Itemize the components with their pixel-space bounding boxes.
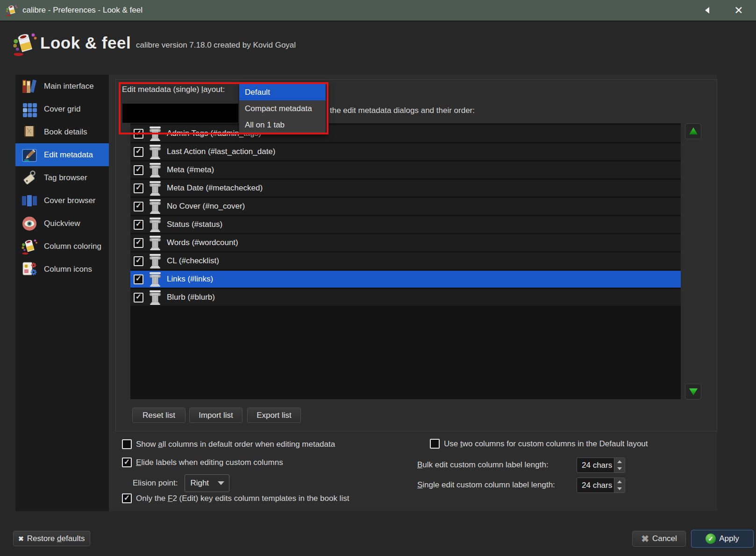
layout-dropdown-popup: Default Compact metadata All on 1 tab bbox=[239, 82, 326, 134]
cancel-button[interactable]: ✖ Cancel bbox=[632, 531, 686, 547]
spinner-value: 24 chars bbox=[577, 458, 614, 472]
row-checkbox[interactable] bbox=[134, 238, 143, 248]
move-down-icon bbox=[688, 387, 699, 397]
columns-list-caption: the edit metadata dialogs and their orde… bbox=[330, 106, 475, 115]
sidebar-item-cover-browser[interactable]: Cover browser bbox=[15, 189, 109, 212]
panels-icon bbox=[21, 192, 38, 209]
bulk-edit-length-spinner[interactable]: 24 chars bbox=[577, 457, 625, 473]
spinner-buttons bbox=[614, 458, 625, 472]
calibre-logo-icon bbox=[6, 4, 18, 16]
arrow-down-icon bbox=[617, 487, 622, 490]
version-text: calibre version 7.18.0 created by Kovid … bbox=[136, 41, 296, 50]
row-checkbox[interactable] bbox=[134, 202, 143, 211]
sidebar-item-label: Book details bbox=[44, 127, 87, 137]
checkbox-label: Elide labels when editing custom columns bbox=[136, 458, 283, 467]
single-edit-length-spinner[interactable]: 24 chars bbox=[577, 478, 625, 493]
elide-labels-checkbox[interactable]: Elide labels when editing custom columns bbox=[122, 457, 283, 467]
column-list-row[interactable]: Links (#links) bbox=[130, 271, 681, 288]
column-label: No Cover (#no_cover) bbox=[167, 202, 245, 211]
chevron-down-icon bbox=[218, 481, 224, 485]
apply-icon: ✓ bbox=[706, 534, 716, 544]
column-list-row[interactable]: CL (#checklist) bbox=[130, 253, 681, 269]
dropdown-item-compact-metadata[interactable]: Compact metadata bbox=[239, 100, 326, 117]
column-list-row[interactable]: No Cover (#no_cover) bbox=[130, 198, 681, 215]
look-and-feel-icon bbox=[12, 31, 37, 57]
column-icon bbox=[149, 290, 162, 305]
f2-key-checkbox[interactable]: Only the F2 (Edit) key edits column temp… bbox=[122, 493, 349, 503]
eye-icon bbox=[21, 215, 38, 232]
sidebar-item-label: Column coloring bbox=[44, 242, 101, 251]
sidebar-item-column-coloring[interactable]: Column coloring bbox=[15, 235, 109, 258]
restore-defaults-button[interactable]: ✖ Restore defaults bbox=[13, 531, 90, 546]
apply-button[interactable]: ✓ Apply bbox=[691, 530, 754, 548]
checkbox[interactable] bbox=[122, 493, 132, 503]
column-label: Status (#status) bbox=[167, 220, 222, 229]
window-title: calibre - Preferences - Look & feel bbox=[22, 6, 143, 15]
custom-columns-list[interactable]: Admin Tags (#admin_tags) Last Action (#l… bbox=[130, 123, 681, 399]
row-checkbox[interactable] bbox=[134, 293, 143, 303]
column-icon bbox=[149, 181, 162, 196]
row-checkbox[interactable] bbox=[134, 256, 143, 266]
column-list-row[interactable]: Meta Date (#metachecked) bbox=[130, 180, 681, 197]
book-icon bbox=[21, 124, 38, 141]
elision-point-label: Elision point: bbox=[133, 479, 178, 488]
row-checkbox[interactable] bbox=[134, 274, 143, 284]
spin-up-button[interactable] bbox=[614, 458, 625, 465]
tag-icon bbox=[21, 169, 38, 186]
column-list-row[interactable]: Admin Tags (#admin_tags) bbox=[130, 125, 681, 142]
export-list-button[interactable]: Export list bbox=[247, 408, 301, 423]
button-label: Cancel bbox=[652, 534, 677, 543]
page-title: Look & feel bbox=[40, 34, 131, 52]
import-list-button[interactable]: Import list bbox=[189, 408, 242, 423]
button-label: Export list bbox=[257, 411, 292, 420]
column-icon bbox=[149, 162, 162, 177]
column-icon bbox=[149, 235, 162, 250]
sidebar-item-quickview[interactable]: Quickview bbox=[15, 212, 109, 235]
column-list-row[interactable]: Last Action (#last_action_date) bbox=[130, 143, 681, 160]
column-icon bbox=[149, 253, 162, 268]
sidebar-item-book-details[interactable]: Book details bbox=[15, 120, 109, 143]
spin-up-button[interactable] bbox=[614, 478, 625, 486]
select-value: Right bbox=[190, 479, 209, 488]
row-checkbox[interactable] bbox=[134, 129, 143, 139]
elision-point-select[interactable]: Right bbox=[185, 474, 229, 492]
checkbox[interactable] bbox=[122, 457, 132, 467]
column-list-row[interactable]: Status (#status) bbox=[130, 216, 681, 233]
show-all-columns-checkbox[interactable]: Show all columns in default order when e… bbox=[122, 439, 335, 449]
unmaximize-icon[interactable] bbox=[705, 7, 709, 14]
checkbox[interactable] bbox=[122, 439, 132, 449]
checkbox[interactable] bbox=[430, 439, 440, 449]
move-up-button[interactable] bbox=[685, 123, 701, 139]
column-list-row[interactable]: Meta (#meta) bbox=[130, 162, 681, 178]
sidebar-item-column-icons[interactable]: Column icons bbox=[15, 258, 109, 281]
sidebar-item-tag-browser[interactable]: Tag browser bbox=[15, 166, 109, 189]
close-button[interactable]: ✕ bbox=[728, 0, 749, 21]
row-checkbox[interactable] bbox=[134, 165, 143, 175]
arrow-up-icon bbox=[617, 480, 622, 483]
spinner-value: 24 chars bbox=[577, 478, 614, 493]
column-icon bbox=[149, 217, 162, 232]
sidebar-item-label: Cover browser bbox=[44, 196, 96, 205]
sidebar-item-cover-grid[interactable]: Cover grid bbox=[15, 98, 109, 120]
sidebar-item-label: Edit metadata bbox=[44, 150, 93, 160]
bulk-edit-length-label: Bulk edit custom column label length: bbox=[417, 460, 549, 470]
sidebar-item-edit-metadata[interactable]: Edit metadata bbox=[15, 143, 109, 166]
spin-down-button[interactable] bbox=[614, 465, 625, 473]
column-label: Meta Date (#metachecked) bbox=[167, 183, 263, 193]
row-checkbox[interactable] bbox=[134, 220, 143, 230]
column-list-row[interactable]: Words (#wordcount) bbox=[130, 234, 681, 251]
grid-icon bbox=[21, 101, 38, 118]
two-columns-checkbox[interactable]: Use two columns for custom columns in th… bbox=[430, 439, 648, 449]
row-checkbox[interactable] bbox=[134, 183, 143, 193]
row-checkbox[interactable] bbox=[134, 147, 143, 157]
dropdown-item-all-on-1-tab[interactable]: All on 1 tab bbox=[239, 117, 326, 133]
reset-list-button[interactable]: Reset list bbox=[132, 408, 185, 423]
titlebar: calibre - Preferences - Look & feel ✕ bbox=[0, 0, 756, 21]
spin-down-button[interactable] bbox=[614, 486, 625, 493]
sidebar-item-main-interface[interactable]: Main interface bbox=[15, 75, 109, 98]
move-down-button[interactable] bbox=[685, 384, 701, 400]
preferences-window: calibre - Preferences - Look & feel ✕ Lo… bbox=[0, 0, 756, 556]
checkbox-label: Show all columns in default order when e… bbox=[136, 440, 335, 449]
dropdown-item-default[interactable]: Default bbox=[239, 84, 326, 100]
column-list-row[interactable]: Blurb (#blurb) bbox=[130, 289, 681, 306]
